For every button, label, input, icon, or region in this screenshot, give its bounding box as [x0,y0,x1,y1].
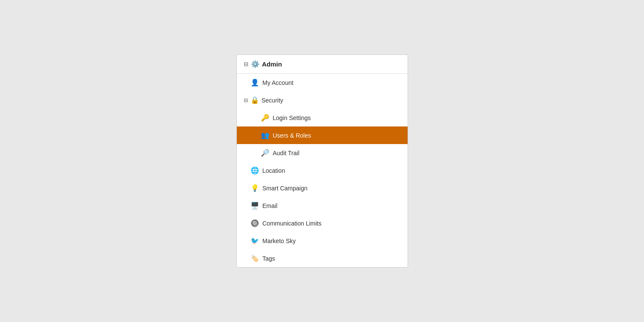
tags-label: Tags [263,255,275,262]
sidebar-item-location[interactable]: 🌐 Location [237,162,408,179]
login-settings-icon: 🔑 [261,114,269,122]
security-collapse-icon: ⊟ [244,97,248,103]
sidebar-item-login-settings[interactable]: 🔑 Login Settings [237,109,408,126]
smart-campaign-icon: 💡 [251,184,259,192]
security-label: Security [262,97,284,104]
my-account-label: My Account [263,79,293,86]
sidebar-item-communication-limits[interactable]: 🔘 Communication Limits [237,214,408,232]
email-icon: 🖥️ [251,202,259,210]
audit-trail-icon: 🔎 [261,149,269,157]
sidebar-item-security[interactable]: ⊟ 🔒 Security [237,91,408,109]
tags-icon: 🏷️ [251,254,259,262]
admin-collapse-icon[interactable]: ⊟ [244,61,248,67]
admin-title: Admin [262,60,282,68]
security-icon: 🔒 [251,96,259,104]
marketo-sky-label: Marketo Sky [263,238,296,244]
sidebar-item-email[interactable]: 🖥️ Email [237,197,408,214]
location-icon: 🌐 [251,166,259,175]
sidebar-item-marketo-sky[interactable]: 🐦 Marketo Sky [237,232,408,250]
admin-gear-icon: ⚙️ [251,60,260,68]
my-account-icon: 👤 [251,78,259,87]
users-roles-icon: 👥 [261,131,269,139]
email-label: Email [263,202,278,209]
communication-limits-label: Communication Limits [263,220,322,227]
login-settings-label: Login Settings [273,114,311,121]
sidebar-item-tags[interactable]: 🏷️ Tags [237,250,408,267]
admin-header[interactable]: ⊟ ⚙️ Admin [237,55,408,74]
sidebar-item-smart-campaign[interactable]: 💡 Smart Campaign [237,179,408,197]
communication-limits-icon: 🔘 [251,219,259,227]
sidebar-item-audit-trail[interactable]: 🔎 Audit Trail [237,144,408,162]
sidebar-item-users-roles[interactable]: 👥 Users & Roles [237,126,408,144]
sidebar-item-my-account[interactable]: 👤 My Account [237,74,408,91]
marketo-sky-icon: 🐦 [251,237,259,245]
audit-trail-label: Audit Trail [273,150,299,156]
smart-campaign-label: Smart Campaign [263,185,308,192]
admin-menu: ⊟ ⚙️ Admin 👤 My Account ⊟ 🔒 Security 🔑 L… [236,54,408,268]
users-roles-label: Users & Roles [273,132,311,139]
location-label: Location [263,167,285,174]
